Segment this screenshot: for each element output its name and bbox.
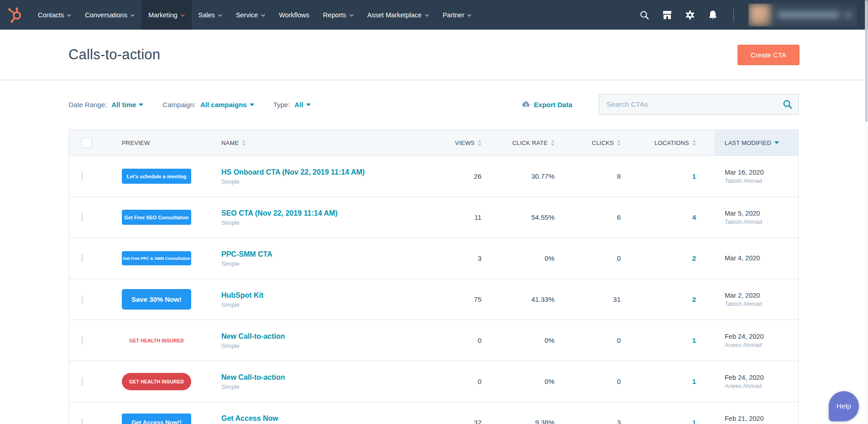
marketplace-icon[interactable] [662,10,672,20]
click-rate-value: 9.38% [535,419,554,424]
row-checkbox[interactable] [82,377,83,386]
nav-item-partner[interactable]: Partner [436,0,479,30]
hubspot-logo[interactable] [0,0,31,30]
nav-item-service[interactable]: Service [229,0,272,30]
cta-preview-button[interactable]: Get Free PPC & SMM Consultation [122,251,191,265]
campaign-dropdown[interactable]: All campaigns [200,101,254,109]
search-icon[interactable] [783,99,792,111]
modified-by: Tabish Ahmad [725,177,798,184]
row-clicks-cell: 3 [554,419,621,424]
cta-name-link[interactable]: Get Access Now [221,414,427,423]
locations-link[interactable]: 2 [692,295,696,303]
page-title: Calls-to-action [68,47,160,63]
row-last-modified-cell: Feb 24, 2020 Anees Ahmad [714,373,798,390]
cta-preview-button[interactable]: Let's schedule a meeting [122,169,191,184]
scrollbar-thumb[interactable] [865,1,868,122]
cta-type-label: Simple [221,178,427,185]
views-value: 0 [478,377,481,385]
header-views-sort[interactable]: VIEWS [427,140,481,146]
row-preview-cell: Get Free SEO Consultation [122,210,221,225]
nav-item-marketing[interactable]: Marketing [141,0,192,30]
header-click-rate-sort[interactable]: CLICK RATE [481,140,554,146]
views-value: 3 [478,254,481,262]
table-row: Get Free PPC & SMM Consultation PPC-SMM … [69,238,798,279]
cta-name-link[interactable]: New Call-to-action [221,332,427,341]
cta-name-link[interactable]: PPC-SMM CTA [221,250,427,259]
header-views-label: VIEWS [455,140,475,146]
header-clicks-sort[interactable]: CLICKS [554,140,621,146]
cta-name-link[interactable]: HubSpot Kit [221,291,427,300]
locations-link[interactable]: 1 [692,172,696,180]
clicks-value: 0 [617,377,621,385]
row-locations-cell: 2 [621,295,714,303]
date-range-value: All time [111,101,136,109]
row-checkbox[interactable] [82,418,83,424]
row-last-modified-cell: Mar 4, 2020 [714,254,798,263]
clicks-value: 31 [613,295,621,303]
cta-preview-button[interactable]: GET HEALTH INSURED [122,373,191,390]
row-preview-cell: GET HEALTH INSURED [122,373,221,390]
settings-icon[interactable] [685,10,695,20]
nav-item-conversations[interactable]: Conversations [78,0,141,30]
cta-name-link[interactable]: New Call-to-action [221,373,427,382]
create-cta-button[interactable]: Create CTA [737,45,800,65]
sort-arrows-icon [242,140,246,146]
locations-link[interactable]: 1 [692,419,696,424]
sort-arrows-icon [478,140,481,146]
nav-item-contacts[interactable]: Contacts [31,0,78,30]
locations-link[interactable]: 1 [692,336,696,344]
nav-item-sales[interactable]: Sales [192,0,229,30]
row-checkbox-cell [69,254,122,263]
header-click-rate-label: CLICK RATE [512,140,548,146]
nav-item-label: Reports [323,11,346,19]
account-menu[interactable] [748,4,857,26]
date-range-label: Date Range: [68,101,107,109]
locations-link[interactable]: 1 [692,377,696,385]
row-checkbox[interactable] [82,213,83,222]
nav-item-label: Contacts [38,11,64,19]
cta-preview-button[interactable]: Save 30% Now! [122,289,191,310]
cta-preview-button[interactable]: Get Access Now!! [122,414,191,424]
row-preview-cell: Get Free PPC & SMM Consultation [122,251,221,265]
row-checkbox[interactable] [82,254,83,263]
cta-table: PREVIEW NAME VIEWS CLICK RATE CLICKS LOC… [68,129,799,424]
row-locations-cell: 1 [621,419,714,424]
cloud-download-icon [521,101,530,108]
cta-preview-button[interactable]: GET HEALTH INSURED [122,333,191,348]
row-checkbox[interactable] [82,172,83,181]
row-preview-cell: GET HEALTH INSURED [122,333,221,348]
cta-preview-button[interactable]: Get Free SEO Consultation [122,210,191,225]
row-checkbox[interactable] [82,295,83,304]
row-checkbox[interactable] [82,336,83,345]
export-data-button[interactable]: Export Data [521,101,572,109]
row-last-modified-cell: Feb 21, 2020 Tabish Ahmad [714,414,798,424]
row-checkbox-cell [69,336,122,345]
help-button[interactable]: Help [829,391,859,421]
search-input[interactable] [599,94,799,115]
nav-item-label: Workflows [279,11,309,19]
nav-item-reports[interactable]: Reports [316,0,361,30]
locations-link[interactable]: 4 [692,213,696,221]
notifications-icon[interactable] [708,10,718,20]
locations-link[interactable]: 2 [692,254,696,262]
date-range-dropdown[interactable]: All time [111,101,143,109]
views-value: 11 [474,213,481,221]
scrollbar[interactable] [865,0,868,424]
header-locations-sort[interactable]: LOCATIONS [621,140,714,146]
row-checkbox-cell [69,419,122,424]
header-name-sort[interactable]: NAME [221,140,427,146]
row-last-modified-cell: Mar 5, 2020 Tabish Ahmad [714,209,798,226]
modified-date: Mar 2, 2020 [725,291,798,300]
type-dropdown[interactable]: All [294,101,310,109]
nav-item-asset-marketplace[interactable]: Asset Marketplace [361,0,436,30]
cta-name-link[interactable]: HS Onboard CTA (Nov 22, 2019 11:14 AM) [221,168,427,177]
cta-name-link[interactable]: SEO CTA (Nov 22, 2019 11:14 AM) [221,209,427,218]
chevron-down-icon [139,103,143,106]
nav-item-workflows[interactable]: Workflows [272,0,316,30]
nav-item-label: Sales [199,11,215,19]
select-all-checkbox[interactable] [82,138,92,148]
header-last-modified-sorted[interactable]: LAST MODIFIED [714,130,798,155]
table-row: Let's schedule a meeting HS Onboard CTA … [69,156,798,197]
campaign-value: All campaigns [200,101,247,109]
search-icon[interactable] [639,10,649,20]
